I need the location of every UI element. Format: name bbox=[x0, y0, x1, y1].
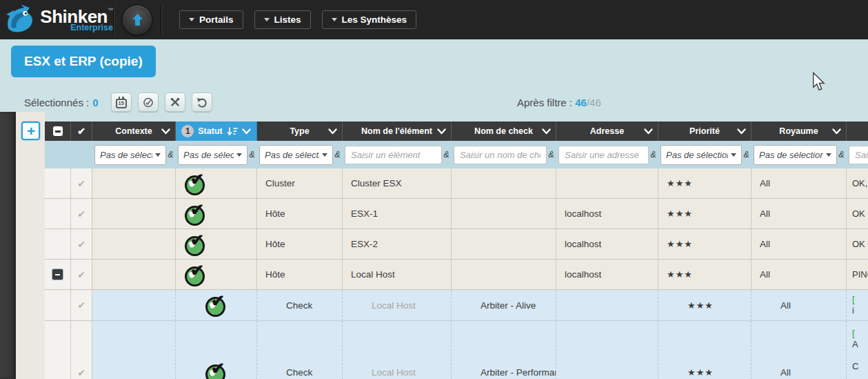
caret-down-icon bbox=[731, 153, 736, 157]
scroll-top-button[interactable] bbox=[122, 5, 152, 35]
filter-select-type[interactable]: Pas de sélection bbox=[259, 145, 333, 165]
type-cell: Hôte bbox=[257, 229, 343, 260]
column-header-priorite[interactable]: Priorité bbox=[658, 122, 751, 141]
filter-cell-type: Pas de sélection& bbox=[257, 141, 343, 168]
select-cell[interactable]: ✔ bbox=[71, 290, 92, 321]
contexte-cell bbox=[92, 168, 176, 199]
tools-button[interactable] bbox=[165, 93, 185, 112]
expand-cell bbox=[45, 168, 71, 199]
check-name-cell bbox=[452, 199, 556, 229]
check-name-cell: Arbiter - Alive bbox=[452, 290, 556, 321]
menu-portails[interactable]: Portails bbox=[179, 10, 243, 29]
select-cell[interactable]: ✔ bbox=[71, 260, 92, 290]
column-label: Adresse bbox=[590, 126, 624, 136]
select-cell[interactable]: ✔ bbox=[71, 321, 92, 379]
collapsed-side-panel[interactable] bbox=[0, 112, 16, 379]
priorite-cell: ★★★ bbox=[658, 321, 751, 379]
acknowledge-button[interactable] bbox=[138, 93, 159, 112]
page-title[interactable]: ESX et ERP (copie) bbox=[11, 46, 156, 77]
column-header-element[interactable]: Nom de l'élément bbox=[343, 122, 452, 141]
column-label: Priorité bbox=[689, 126, 720, 136]
collapse-all-icon bbox=[53, 126, 63, 136]
refresh-button[interactable] bbox=[192, 93, 212, 112]
caret-down-icon bbox=[236, 153, 242, 157]
after-filter-total: /46 bbox=[587, 97, 601, 108]
schedule-button[interactable]: 15 bbox=[111, 93, 132, 112]
output-cell: PING bbox=[847, 260, 868, 290]
undo-icon bbox=[196, 97, 208, 108]
filter-cell-check: & bbox=[452, 141, 556, 168]
column-header-adresse[interactable]: Adresse bbox=[556, 122, 658, 141]
filter-cell-extra: & bbox=[847, 141, 868, 168]
status-ok-icon: ✔✔ bbox=[205, 294, 228, 316]
priority-stars: ★★★ bbox=[667, 239, 693, 249]
filter-cell-select bbox=[71, 141, 92, 168]
filter-input-extra[interactable] bbox=[849, 146, 868, 164]
filter-input-adresse[interactable] bbox=[558, 146, 649, 164]
chevron-down-icon bbox=[737, 128, 746, 135]
chevron-down-icon bbox=[242, 128, 251, 135]
contexte-cell bbox=[92, 260, 176, 290]
expand-cell bbox=[45, 321, 71, 379]
filter-select-priorite[interactable]: Pas de sélection bbox=[660, 145, 742, 165]
adresse-cell bbox=[556, 321, 658, 379]
filter-select-contexte[interactable]: Pas de sélection bbox=[94, 145, 166, 165]
royaume-cell: All bbox=[751, 199, 847, 229]
check-name-cell bbox=[452, 229, 556, 260]
row-selected-check-icon: ✔ bbox=[77, 269, 85, 280]
column-header-royaume[interactable]: Royaume bbox=[751, 122, 847, 141]
brand: Shinken™ Enterprise bbox=[0, 3, 113, 37]
row-selected-check-icon: ✔ bbox=[77, 300, 85, 311]
mouse-cursor bbox=[812, 72, 825, 91]
column-label: Statut bbox=[198, 126, 222, 136]
collapse-row-button[interactable] bbox=[52, 269, 63, 280]
selected-count: 0 bbox=[92, 97, 98, 108]
select-cell[interactable]: ✔ bbox=[71, 168, 92, 199]
adresse-cell bbox=[556, 168, 658, 199]
adresse-cell bbox=[556, 290, 658, 321]
check-circle-icon bbox=[143, 96, 154, 109]
selected-label: Sélectionnés : bbox=[24, 97, 89, 108]
menu-listes[interactable]: Listes bbox=[254, 10, 311, 29]
status-ok-icon: ✔✔ bbox=[184, 203, 208, 225]
filter-and-separator: & bbox=[547, 150, 556, 159]
contexte-cell bbox=[92, 229, 176, 260]
adresse-cell: localhost bbox=[556, 229, 658, 260]
statut-cell: ✔✔ bbox=[176, 321, 257, 379]
filter-and-separator: & bbox=[248, 150, 256, 159]
column-header-contexte[interactable]: Contexte bbox=[92, 122, 176, 141]
tools-icon bbox=[170, 96, 181, 108]
topbar-divider bbox=[113, 5, 114, 35]
column-header-extra[interactable] bbox=[847, 122, 868, 141]
filter-select-statut[interactable]: Pas de sélection bbox=[178, 145, 248, 165]
type-cell: Hôte bbox=[257, 199, 343, 229]
after-filter-label: Après filtre : bbox=[517, 97, 572, 108]
expand-cell bbox=[45, 260, 71, 290]
caret-down-icon bbox=[826, 153, 831, 157]
filter-input-check[interactable] bbox=[454, 146, 547, 164]
priority-stars: ★★★ bbox=[667, 178, 693, 188]
elements-table: ✔Contexte1StatutTypeNom de l'élémentNom … bbox=[45, 122, 868, 379]
filter-select-royaume[interactable]: Pas de sélection bbox=[754, 145, 837, 165]
column-header-type[interactable]: Type bbox=[257, 122, 343, 141]
column-header-select[interactable]: ✔ bbox=[71, 122, 92, 141]
sort-order-badge: 1 bbox=[181, 125, 194, 137]
column-label: Contexte bbox=[115, 126, 152, 136]
add-filter-button[interactable]: + bbox=[21, 122, 40, 140]
column-header-check[interactable]: Nom de check bbox=[452, 122, 556, 141]
contexte-cell bbox=[92, 321, 176, 379]
select-cell[interactable]: ✔ bbox=[71, 199, 92, 229]
contexte-cell bbox=[92, 199, 176, 229]
priorite-cell: ★★★ bbox=[658, 229, 751, 260]
row-selected-check-icon: ✔ bbox=[77, 239, 85, 250]
menu-les-syntheses[interactable]: Les Synthèses bbox=[322, 10, 417, 29]
row-selected-check-icon: ✔ bbox=[77, 178, 85, 189]
status-ok-icon: ✔✔ bbox=[184, 264, 208, 286]
column-header-expand[interactable] bbox=[45, 122, 71, 141]
topbar-divider bbox=[161, 5, 161, 35]
column-label: Type bbox=[290, 126, 309, 136]
column-header-statut[interactable]: 1Statut bbox=[176, 122, 257, 141]
select-cell[interactable]: ✔ bbox=[71, 229, 92, 260]
filter-input-element[interactable] bbox=[345, 146, 442, 164]
shinken-logo-icon bbox=[4, 3, 37, 37]
